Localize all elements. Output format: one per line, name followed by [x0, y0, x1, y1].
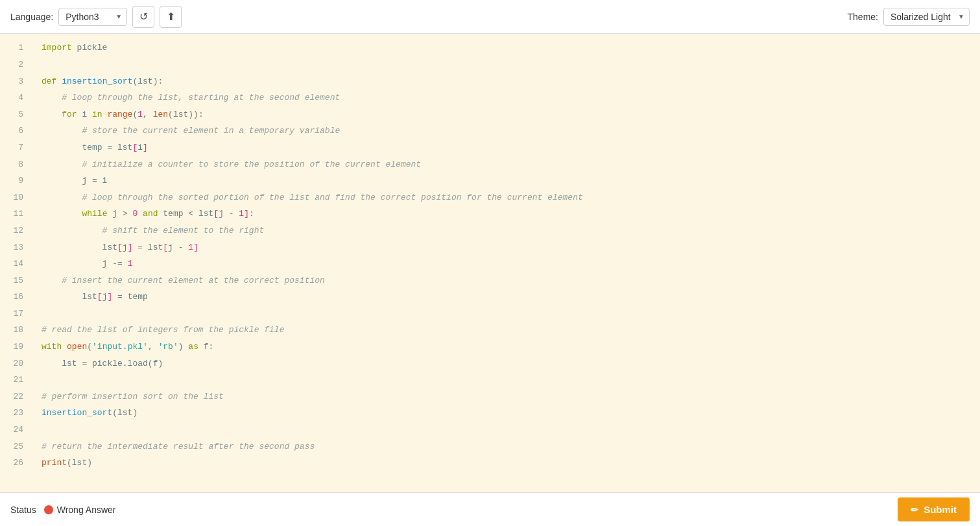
str-input-pkl: 'input.pkl' — [92, 341, 148, 354]
num-1d: 1 — [128, 257, 133, 271]
line-num-8: 8 — [0, 156, 31, 173]
submit-button[interactable]: ✏ Submit — [898, 497, 970, 521]
line-num-7: 7 — [0, 140, 31, 157]
builtin-open: open — [67, 341, 87, 354]
line-num-20: 20 — [0, 355, 31, 372]
line-num-9: 9 — [0, 173, 31, 190]
line-num-3: 3 — [0, 73, 31, 90]
statusbar: Status Wrong Answer ✏ Submit — [0, 492, 980, 526]
line-num-13: 13 — [0, 239, 31, 256]
kw-as: as — [188, 341, 198, 354]
line-num-22: 22 — [0, 389, 31, 405]
fn-call-insertion-sort: insertion_sort — [42, 407, 112, 420]
line-num-24: 24 — [0, 422, 31, 439]
code-line-18: # read the list of integers from the pic… — [42, 322, 980, 339]
comment-18: # read the list of integers from the pic… — [42, 324, 284, 337]
line-num-16: 16 — [0, 289, 31, 306]
code-line-20: lst = pickle.load(f) — [42, 355, 980, 372]
kw-import: import — [42, 42, 72, 55]
toolbar-right: Theme: Solarized Light Solarized Dark Mo… — [848, 8, 970, 26]
code-line-6: # store the current element in a tempora… — [42, 123, 980, 140]
comment-15: # insert the current element at the corr… — [42, 274, 325, 288]
line-num-1: 1 — [0, 40, 31, 57]
status-badge: Wrong Answer — [44, 505, 116, 515]
status-label: Status — [10, 505, 36, 515]
refresh-button[interactable]: ↺ — [132, 6, 154, 28]
theme-label: Theme: — [848, 12, 878, 22]
code-line-5: for i in range(1, len(lst)): — [42, 106, 980, 123]
num-1: 1 — [137, 108, 143, 122]
theme-select-wrapper[interactable]: Solarized Light Solarized Dark Monokai V… — [883, 8, 970, 26]
language-select-wrapper[interactable]: Python3 Python2 Java C++ C JavaScript ▼ — [58, 8, 127, 26]
builtin-len: len — [153, 108, 168, 122]
upload-icon: ⬆ — [167, 10, 175, 23]
comment-8: # initialize a counter to store the posi… — [42, 158, 421, 172]
str-rb: 'rb' — [158, 341, 178, 354]
line-num-5: 5 — [0, 106, 31, 123]
code-line-17 — [42, 306, 980, 323]
code-line-21 — [42, 372, 980, 389]
comment-6: # store the current element in a tempora… — [42, 125, 340, 138]
num-1b: 1 — [239, 208, 244, 221]
code-line-7: temp = lst[i] — [42, 140, 980, 157]
comment-10: # loop through the sorted portion of the… — [42, 191, 583, 205]
comment-4: # loop through the list, starting at the… — [42, 91, 340, 105]
status-dot-icon — [44, 505, 53, 514]
code-line-16: lst[j] = temp — [42, 289, 980, 306]
line-num-15: 15 — [0, 272, 31, 289]
fn-insertion-sort: insertion_sort — [62, 75, 132, 89]
status-left: Status Wrong Answer — [10, 505, 115, 515]
comment-12: # shift the element to the right — [42, 224, 264, 238]
line-num-18: 18 — [0, 322, 31, 339]
builtin-print: print — [42, 457, 67, 470]
line-num-6: 6 — [0, 123, 31, 140]
kw-def: def — [42, 75, 56, 89]
code-line-9: j = i — [42, 173, 980, 190]
code-line-22: # perform insertion sort on the list — [42, 389, 980, 405]
code-line-19: with open('input.pkl', 'rb') as f: — [42, 339, 980, 356]
status-text: Wrong Answer — [57, 505, 116, 515]
line-num-2: 2 — [0, 57, 31, 74]
line-num-17: 17 — [0, 306, 31, 323]
theme-select[interactable]: Solarized Light Solarized Dark Monokai V… — [883, 8, 970, 26]
comment-25: # return the intermediate result after t… — [42, 440, 315, 454]
code-line-14: j -= 1 — [42, 256, 980, 273]
language-select[interactable]: Python3 Python2 Java C++ C JavaScript — [58, 8, 127, 26]
code-line-1: import pickle — [42, 40, 980, 57]
num-0: 0 — [132, 208, 137, 221]
code-line-15: # insert the current element at the corr… — [42, 272, 980, 289]
code-lines[interactable]: import pickle def insertion_sort(lst): #… — [31, 34, 980, 478]
code-line-23: insertion_sort(lst) — [42, 405, 980, 422]
code-line-3: def insertion_sort(lst): — [42, 73, 980, 90]
line-num-25: 25 — [0, 438, 31, 455]
kw-and: and — [143, 208, 158, 221]
comment-22: # perform insertion sort on the list — [42, 390, 224, 404]
language-label: Language: — [10, 12, 53, 22]
code-line-10: # loop through the sorted portion of the… — [42, 189, 980, 206]
line-num-4: 4 — [0, 90, 31, 107]
code-line-25: # return the intermediate result after t… — [42, 438, 980, 455]
code-line-24 — [42, 422, 980, 439]
upload-button[interactable]: ⬆ — [160, 6, 182, 28]
kw-in: in — [92, 108, 102, 122]
kw-with: with — [42, 341, 62, 354]
line-num-10: 10 — [0, 189, 31, 206]
num-1c: 1 — [188, 241, 193, 255]
line-num-14: 14 — [0, 256, 31, 273]
line-num-11: 11 — [0, 206, 31, 223]
code-line-13: lst[j] = lst[j - 1] — [42, 239, 980, 256]
line-num-12: 12 — [0, 223, 31, 240]
line-num-19: 19 — [0, 339, 31, 356]
builtin-range: range — [107, 108, 132, 122]
toolbar: Language: Python3 Python2 Java C++ C Jav… — [0, 0, 980, 34]
line-num-21: 21 — [0, 372, 31, 389]
pencil-icon: ✏ — [911, 505, 918, 515]
code-line-26: print(lst) — [42, 455, 980, 472]
code-line-12: # shift the element to the right — [42, 223, 980, 240]
line-num-26: 26 — [0, 455, 31, 472]
code-line-2 — [42, 57, 980, 74]
line-num-23: 23 — [0, 405, 31, 422]
kw-while: while — [82, 208, 107, 221]
editor-area[interactable]: 1 2 3 4 5 6 7 8 9 10 11 12 13 14 15 16 1… — [0, 34, 980, 492]
code-container: 1 2 3 4 5 6 7 8 9 10 11 12 13 14 15 16 1… — [0, 34, 980, 478]
